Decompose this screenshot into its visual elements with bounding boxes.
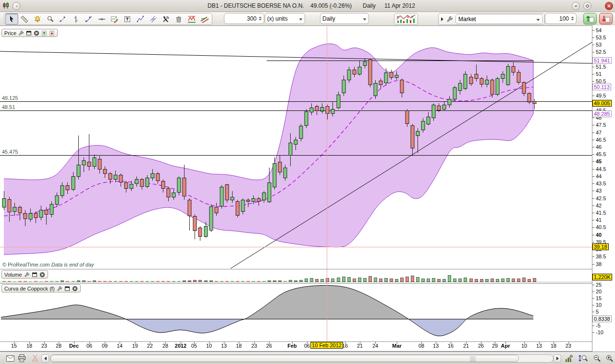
trend-line-tool-button[interactable] xyxy=(83,13,96,24)
vertical-line-tool-button[interactable] xyxy=(70,13,83,24)
restore-window-button[interactable] xyxy=(583,2,591,10)
price-tick-label: 44 xyxy=(596,173,602,179)
price-tick xyxy=(592,118,594,118)
coppock-tick xyxy=(592,298,594,299)
buy-order-button[interactable] xyxy=(583,13,597,24)
price-tick xyxy=(592,154,594,155)
chart-scrollbar-thumb[interactable] xyxy=(50,355,519,362)
trash-icon xyxy=(175,15,183,23)
price-tick-label: 44.5 xyxy=(596,166,606,172)
detach-disabled-button[interactable] xyxy=(30,354,40,363)
chart-scrollbar-track[interactable] xyxy=(50,354,554,363)
price-panel-header: Price xyxy=(1,29,58,37)
time-tick-label: 16 xyxy=(448,343,454,349)
price-tick-label: 41 xyxy=(596,217,602,223)
parallel-lines-tool-button[interactable] xyxy=(147,13,160,24)
chart-style-button[interactable] xyxy=(394,13,418,25)
cursor-tool-button[interactable] xyxy=(5,13,18,24)
time-tick-label: 23 xyxy=(251,343,257,349)
price-tick-label: 54 xyxy=(596,27,602,33)
order-type-value: Market xyxy=(458,16,476,23)
pattern-wave-tool-button[interactable] xyxy=(185,13,198,24)
window-icon xyxy=(64,286,70,291)
wave-pattern-icon xyxy=(187,15,196,23)
price-axis[interactable]: 51.941 50.113 49.005 48.285 39.18 1,220K… xyxy=(592,25,615,352)
instrument-title: DB1 - DEUTSCHE BOERSE NA O.N. xyxy=(208,2,304,9)
triangle-right-icon xyxy=(556,356,559,361)
price-tick xyxy=(592,176,594,177)
collapse-window-button[interactable] xyxy=(572,2,580,10)
units-dropdown[interactable]: (x) units xyxy=(265,13,305,24)
time-tick-label: 13 xyxy=(433,343,439,349)
scissors-icon xyxy=(32,354,38,362)
time-tick-label: 13 xyxy=(536,343,542,349)
timeframe-dropdown[interactable]: Daily xyxy=(320,13,369,24)
bar-count-spinner[interactable]: 300 xyxy=(224,13,264,24)
chart-options-button[interactable] xyxy=(564,354,575,363)
volume-settings-button[interactable] xyxy=(24,272,30,278)
level-label-49125: 49.125 xyxy=(2,95,18,101)
price-chart-canvas[interactable] xyxy=(0,25,592,352)
price-settings-button[interactable] xyxy=(18,30,24,36)
time-tick-label: Mar xyxy=(392,343,402,349)
order-settings-button[interactable] xyxy=(444,13,455,24)
email-chart-button[interactable] xyxy=(5,354,15,363)
text-icon xyxy=(123,15,131,23)
crosshair-date-marker: 10 Feb 2012 xyxy=(310,342,343,349)
magnifier-minus-icon xyxy=(593,354,601,363)
price-close-button[interactable] xyxy=(34,30,39,36)
edit-indicator-tool-button[interactable] xyxy=(108,13,121,24)
price-tick-label: 45 xyxy=(596,158,602,164)
volume-window-button[interactable] xyxy=(32,272,37,278)
vertical-line-icon xyxy=(72,15,80,23)
close-icon xyxy=(72,286,78,291)
magnifier-icon xyxy=(47,15,54,23)
order-type-dropdown[interactable]: Market xyxy=(455,14,543,24)
zoom-in-button[interactable] xyxy=(604,354,615,363)
time-tick-label: 21 xyxy=(463,343,469,349)
text-tool-button[interactable] xyxy=(121,13,134,24)
coppock-settings-button[interactable] xyxy=(57,286,62,291)
tools-settings-button[interactable] xyxy=(160,13,172,24)
price-panel-label: Price xyxy=(4,30,16,36)
horizontal-line-tool-button[interactable] xyxy=(95,13,108,24)
collapse-left-icon[interactable] xyxy=(440,17,444,22)
alert-tool-button[interactable] xyxy=(31,13,44,24)
sell-order-button[interactable] xyxy=(599,13,613,24)
zoom-fit-button[interactable] xyxy=(578,354,588,363)
quantity-spinner[interactable]: 100 xyxy=(545,13,577,24)
pattern-channel-tool-button[interactable] xyxy=(198,13,211,24)
chevron-down-icon xyxy=(296,15,303,22)
level-label-4851: 48.51 xyxy=(2,104,15,110)
ruler-tool-button[interactable] xyxy=(18,13,31,24)
delete-tool-button[interactable] xyxy=(172,13,185,24)
coppock-tick xyxy=(592,312,594,312)
zoom-out-button[interactable] xyxy=(591,354,602,363)
prorealtime-window: { "window": { "title": "DB1 - DEUTSCHE B… xyxy=(0,0,615,364)
printer-icon xyxy=(18,354,26,362)
coppock-close-button[interactable] xyxy=(72,286,78,291)
print-chart-button[interactable] xyxy=(16,354,27,363)
volume-close-button[interactable] xyxy=(39,272,45,278)
workspace-toggle-button[interactable] xyxy=(12,2,21,10)
time-axis[interactable]: 10 Feb 2012 15182328Dec06091419222820120… xyxy=(0,341,592,352)
price-window-button[interactable] xyxy=(26,30,32,36)
spinner-arrows-icon[interactable] xyxy=(571,16,574,21)
scroll-left-button[interactable] xyxy=(41,354,49,363)
close-window-button[interactable] xyxy=(605,2,613,10)
cursor-icon xyxy=(8,15,15,23)
price-tick xyxy=(592,96,594,96)
zigzag-tool-button[interactable] xyxy=(134,13,147,24)
coppock-window-button[interactable] xyxy=(64,286,70,291)
pane-separator xyxy=(0,283,615,284)
spinner-arrows-icon[interactable] xyxy=(258,16,262,21)
price-tick-label: 38.5 xyxy=(596,254,606,259)
scroll-right-button[interactable] xyxy=(554,354,561,363)
price-tick xyxy=(592,133,594,133)
price-buy-button[interactable] xyxy=(41,30,47,36)
price-sell-button[interactable] xyxy=(49,30,55,36)
point-tool-button[interactable] xyxy=(57,13,70,24)
bollinger-lower-marker: 48.285 xyxy=(592,110,612,117)
volume-panel-header: Volume xyxy=(1,270,48,279)
zoom-tool-button[interactable] xyxy=(44,13,57,24)
